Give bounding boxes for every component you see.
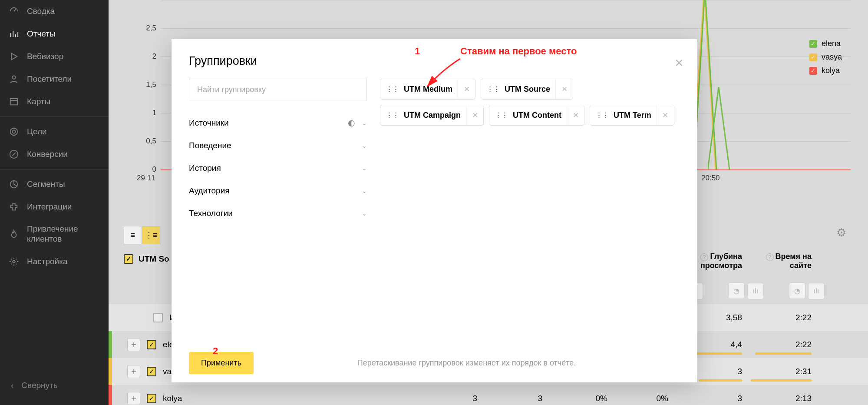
chevron-down-icon: ⌄ [362,142,367,149]
category-label: Поведение [189,141,231,150]
category-item[interactable]: Технологии⌄ [189,202,367,225]
category-item[interactable]: История⌄ [189,157,367,179]
modal-left-panel: Источники◐⌄ Поведение⌄ История⌄ Аудитори… [189,79,380,225]
remove-tag-icon[interactable]: ✕ [567,105,584,125]
chevron-down-icon: ⌄ [362,165,367,172]
tag-label: UTM Source [502,85,555,94]
grouping-tag[interactable]: ⋮⋮UTM Medium✕ [380,79,475,100]
tag-label: UTM Term [611,111,657,120]
category-list: Источники◐⌄ Поведение⌄ История⌄ Аудитори… [189,111,367,225]
category-item[interactable]: Источники◐⌄ [189,111,367,134]
tag-label: UTM Medium [401,85,458,94]
grouping-tag[interactable]: ⋮⋮UTM Source✕ [481,79,573,100]
category-item[interactable]: Поведение⌄ [189,134,367,157]
category-label: Источники [189,118,229,128]
modal-overlay[interactable]: Группировки ✕ Источники◐⌄ Поведение⌄ Ист… [0,0,868,405]
groupings-modal: Группировки ✕ Источники◐⌄ Поведение⌄ Ист… [172,39,697,382]
chevron-down-icon: ⌄ [362,187,367,194]
category-item[interactable]: Аудитория⌄ [189,179,367,202]
apply-button[interactable]: Применить [189,352,254,374]
remove-tag-icon[interactable]: ✕ [555,79,573,99]
category-label: Аудитория [189,186,230,196]
drag-handle-icon[interactable]: ⋮⋮ [481,85,502,94]
selected-tags: ⋮⋮UTM Medium✕ ⋮⋮UTM Source✕ ⋮⋮UTM Campai… [380,79,680,225]
grouping-tag[interactable]: ⋮⋮UTM Content✕ [489,105,584,126]
modal-footer: Применить Перетаскивание группировок изм… [172,343,697,382]
drag-handle-icon[interactable]: ⋮⋮ [380,85,401,94]
drag-handle-icon[interactable]: ⋮⋮ [590,111,611,120]
remove-tag-icon[interactable]: ✕ [657,105,674,125]
grouping-tag[interactable]: ⋮⋮UTM Term✕ [590,105,674,126]
modal-hint: Перетаскивание группировок изменяет их п… [254,359,680,368]
category-label: История [189,163,221,173]
grouping-tag[interactable]: ⋮⋮UTM Campaign✕ [380,105,484,126]
modal-title: Группировки [172,39,697,79]
chevron-down-icon: ⌄ [362,210,367,217]
half-circle-icon: ◐ [348,118,355,128]
tag-label: UTM Content [510,111,567,120]
drag-handle-icon[interactable]: ⋮⋮ [380,111,401,120]
category-label: Технологии [189,209,233,218]
remove-tag-icon[interactable]: ✕ [466,105,483,125]
search-input[interactable] [189,79,367,100]
close-icon[interactable]: ✕ [674,56,684,70]
drag-handle-icon[interactable]: ⋮⋮ [489,111,510,120]
chevron-down-icon: ⌄ [362,120,367,126]
tag-label: UTM Campaign [401,111,466,120]
remove-tag-icon[interactable]: ✕ [458,79,475,99]
